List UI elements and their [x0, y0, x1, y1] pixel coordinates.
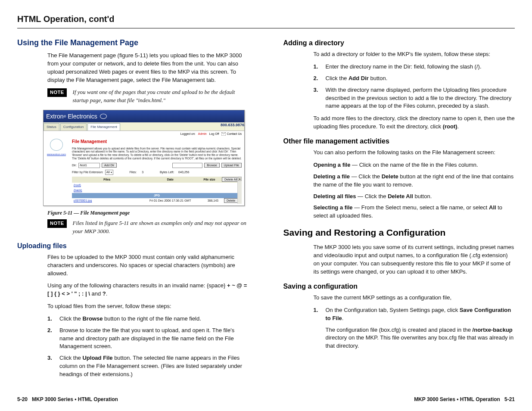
- logged-on-label: Logged on:: [180, 132, 196, 136]
- ss-banner: Extron® Electronics: [44, 110, 244, 122]
- dir-label: Dir:: [72, 163, 77, 168]
- section-saving-config: Saving a configuration: [283, 281, 515, 291]
- section-other-activities: Other file management activities: [283, 136, 515, 146]
- saving-step-1: On the Configuration tab, System Setting…: [326, 306, 515, 354]
- files-count-label: Files:: [130, 170, 137, 174]
- section-save-restore: Saving and Restoring a Configuration: [283, 226, 515, 239]
- note-index-html: NOTE If you want one of the pages that y…: [47, 88, 249, 105]
- logoff-link[interactable]: Log Off: [209, 132, 219, 136]
- action-select: Selecting a file — From the Select menu,…: [314, 204, 515, 220]
- back-link[interactable]: (back): [74, 189, 82, 192]
- upload-p3: To upload files from the server, follow …: [47, 302, 249, 311]
- logged-user: Admin: [198, 132, 207, 136]
- bytes-left-value: 640,256: [178, 170, 189, 174]
- page-num-right: 5-21: [504, 396, 515, 402]
- note-tag: NOTE: [47, 219, 67, 228]
- left-column: Using the File Management Page The File …: [17, 33, 249, 383]
- delete-button[interactable]: Delete: [224, 198, 238, 203]
- file-path-input[interactable]: [172, 163, 202, 168]
- jpg-header-row: JPG: [72, 193, 242, 198]
- note-text: Files listed in figure 5-11 are shown as…: [73, 219, 249, 236]
- extron-link[interactable]: www.extron.com: [47, 153, 66, 156]
- add-dir-step-1: Enter the directory name in the Dir: fie…: [326, 63, 515, 71]
- upload-step-1: Click the Browse button to the right of …: [59, 315, 249, 323]
- ss-brand-2: Electronics: [68, 112, 97, 121]
- add-dir-step-3: With the directory name displayed, perfo…: [326, 86, 515, 111]
- filter-select[interactable]: All: [105, 170, 113, 175]
- reg-mark: ®: [63, 114, 66, 119]
- col-files: Files: [72, 177, 142, 183]
- ss-brand-1: Extron: [46, 112, 63, 121]
- phone-number: 800.633.9876: [221, 122, 244, 131]
- saving-steps: 1 On the Configuration tab, System Setti…: [314, 306, 515, 354]
- file-date: Fri 01 Dec 2006 17:36:21 GMT: [142, 198, 199, 203]
- footer-right-text: MKP 3000 Series • HTML Operation: [414, 396, 500, 402]
- action-open: Opening a file — Click on the name of th…: [314, 161, 515, 169]
- col-size: File size: [199, 177, 220, 183]
- dir-input[interactable]: /test1: [78, 163, 100, 168]
- figure-caption: Figure 5-11 — File Management page: [47, 209, 249, 217]
- tab-status[interactable]: Status: [44, 123, 59, 131]
- file-table: Files Date File size Delete All (root) (…: [72, 177, 242, 204]
- upload-steps: 1Click the Browse button to the right of…: [47, 315, 249, 379]
- note-examples: NOTE Files listed in figure 5-11 are sho…: [47, 219, 249, 236]
- page-header: HTML Operation, cont'd: [17, 13, 515, 25]
- file-link[interactable]: p5070001.jpg: [74, 199, 92, 202]
- save-restore-p1: The MKP 3000 lets you save some of its c…: [314, 243, 515, 276]
- scrollbar[interactable]: ▴: [237, 177, 242, 204]
- upload-file-button[interactable]: Upload File: [221, 163, 242, 168]
- add-dir-button[interactable]: Add Dir: [102, 163, 117, 168]
- scroll-up-icon[interactable]: ▴: [238, 177, 242, 181]
- ss-main-panel: File Management File Management allows y…: [69, 137, 244, 205]
- saving-p1: To save the current MKP settings as a co…: [314, 294, 515, 302]
- col-date: Date: [142, 177, 199, 183]
- ss-tabs: Status Configuration File Management 800…: [44, 122, 244, 131]
- panel-desc: File Management allows you to upload and…: [72, 147, 242, 160]
- footer-left-text: MKP 3000 Series • HTML Operation: [32, 396, 118, 402]
- ss-sidebar: www.extron.com: [44, 137, 69, 205]
- root-link[interactable]: (root): [74, 184, 81, 187]
- add-dir-step-2: Click the Add Dir button.: [326, 75, 515, 83]
- upload-step-2: Browse to locate the file that you want …: [59, 327, 249, 351]
- section-file-mgmt: Using the File Management Page: [17, 37, 249, 48]
- page-num-left: 5-20: [17, 396, 28, 402]
- action-delete-all: Deleting all files — Click the Delete Al…: [314, 193, 515, 201]
- two-column-layout: Using the File Management Page The File …: [17, 33, 515, 383]
- section-adding-dir: Adding a directory: [283, 38, 515, 48]
- panel-title: File Management: [72, 139, 242, 145]
- add-dir-p1: To add a directory or folder to the MKP'…: [314, 50, 515, 59]
- header-rule: [17, 28, 515, 28]
- swoosh-icon: [100, 114, 107, 119]
- tab-configuration[interactable]: Configuration: [60, 123, 87, 131]
- browse-button[interactable]: Browse: [204, 163, 219, 168]
- upload-p2: Using any of the following characters re…: [47, 282, 249, 298]
- file-mgmt-intro: The File Management page (figure 5-11) l…: [47, 52, 249, 84]
- section-uploading: Uploading files: [17, 241, 249, 251]
- page-footer: 5-20 MKP 3000 Series • HTML Operation MK…: [17, 396, 515, 403]
- contact-us[interactable]: Contact Us: [221, 132, 242, 136]
- files-count: 3: [142, 170, 143, 174]
- file-size: 388,143: [199, 198, 220, 203]
- bytes-left-label: Bytes Left:: [160, 170, 174, 174]
- figure-5-11-screenshot: Extron® Electronics Status Configuration…: [43, 110, 245, 206]
- other-actions: Opening a file — Click on the name of th…: [314, 161, 515, 220]
- upload-step-3: Click the Upload File button. The select…: [59, 354, 249, 379]
- other-p1: You can also perform the following tasks…: [314, 149, 515, 157]
- add-dir-p2: To add more files to the directory, clic…: [314, 115, 515, 131]
- note-text: If you want one of the pages that you cr…: [73, 88, 249, 105]
- note-tag: NOTE: [47, 88, 67, 97]
- action-delete: Deleting a file — Click the Delete butto…: [314, 173, 515, 189]
- right-column: Adding a directory To add a directory or…: [283, 33, 515, 383]
- filter-label: Filter by File Extension:: [72, 170, 103, 174]
- add-dir-steps: 1Enter the directory name in the Dir: fi…: [314, 63, 515, 110]
- ss-topbar: Logged on: Admin Log Off Contact Us: [44, 131, 244, 137]
- extron-logo-icon: [50, 139, 63, 151]
- upload-p1: Files to be uploaded to the MKP 3000 mus…: [47, 253, 249, 278]
- tab-file-management[interactable]: File Management: [87, 123, 120, 131]
